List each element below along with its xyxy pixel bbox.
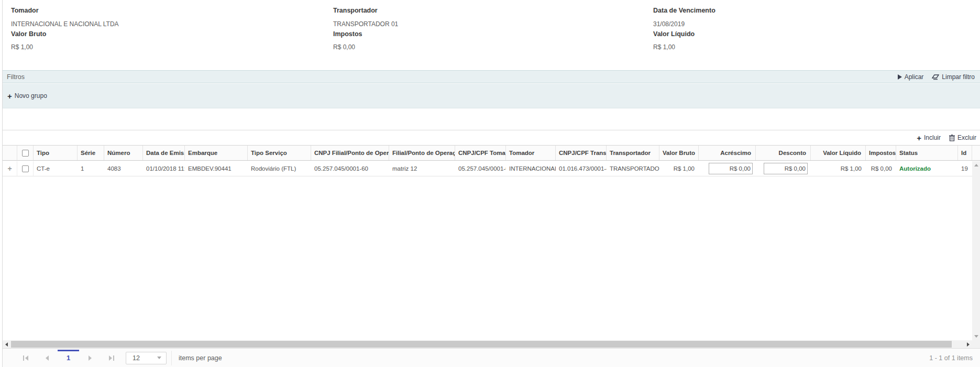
next-page-button[interactable] bbox=[79, 349, 101, 367]
column-header-impostos[interactable]: Impostos bbox=[866, 146, 896, 160]
cell-tomador: INTERNACIONAL E... bbox=[506, 161, 556, 176]
cell-filial: matriz 12 bbox=[389, 161, 455, 176]
page-number-1[interactable]: 1 bbox=[58, 349, 79, 367]
column-header-serie[interactable]: Série bbox=[78, 146, 104, 160]
cell-data-emissao: 01/10/2018 11:... bbox=[143, 161, 185, 176]
clear-filter-label: Limpar filtro bbox=[942, 73, 975, 81]
row-select-cell bbox=[17, 161, 34, 176]
delete-button[interactable]: Excluir bbox=[949, 134, 976, 141]
select-all-column-header bbox=[17, 146, 34, 160]
horizontal-scrollbar-thumb[interactable] bbox=[11, 341, 952, 348]
column-header-data-emissao[interactable]: Data de Emis... bbox=[143, 146, 185, 160]
play-icon bbox=[898, 74, 902, 80]
cell-serie: 1 bbox=[78, 161, 104, 176]
table-row[interactable]: + CT-e 1 4083 01/10/2018 11:... EMBDEV.9… bbox=[3, 161, 972, 176]
grid-header-row: Tipo Série Número Data de Emis... Embarq… bbox=[3, 145, 980, 161]
chevron-up-icon bbox=[974, 164, 978, 166]
scroll-right-button[interactable] bbox=[964, 340, 972, 348]
column-header-cnpj-filial[interactable]: CNPJ Filial/Ponto de Operação bbox=[311, 146, 389, 160]
valor-bruto-label: Valor Bruto bbox=[11, 30, 46, 38]
pager: 1 12 items per page 1 - 1 of 1 items bbox=[3, 348, 980, 367]
eraser-icon bbox=[932, 74, 939, 80]
valor-liquido-value: R$ 1,00 bbox=[653, 43, 675, 51]
column-header-filial[interactable]: Filial/Ponto de Operação bbox=[389, 146, 455, 160]
data-vencimento-value: 31/08/2019 bbox=[653, 20, 685, 28]
column-header-desconto[interactable]: Desconto bbox=[756, 146, 811, 160]
column-header-embarque[interactable]: Embarque bbox=[185, 146, 248, 160]
tomador-label: Tomador bbox=[11, 7, 39, 14]
row-expand-cell: + bbox=[3, 161, 17, 176]
column-header-valor-bruto[interactable]: Valor Bruto bbox=[659, 146, 699, 160]
column-header-transportador[interactable]: Transportador bbox=[607, 146, 659, 160]
cell-numero: 4083 bbox=[104, 161, 143, 176]
items-per-page-label: items per page bbox=[179, 354, 222, 362]
valor-bruto-value: R$ 1,00 bbox=[11, 43, 33, 51]
include-button[interactable]: + Incluir bbox=[917, 134, 941, 142]
plus-icon: + bbox=[917, 134, 921, 142]
expand-column-header bbox=[3, 146, 17, 160]
cell-cnpj-tomador: 05.257.045/0001-60 bbox=[455, 161, 506, 176]
chevron-right-icon bbox=[109, 355, 112, 361]
cell-transportador: TRANSPORTADOR ... bbox=[607, 161, 659, 176]
chevron-left-icon bbox=[46, 355, 49, 361]
apply-filter-button[interactable]: Aplicar bbox=[898, 73, 924, 81]
valor-liquido-label: Valor Líquido bbox=[653, 30, 695, 38]
page-size-dropdown[interactable]: 12 bbox=[126, 352, 167, 364]
new-group-button[interactable]: + Novo grupo bbox=[7, 92, 47, 100]
row-checkbox[interactable] bbox=[22, 165, 29, 172]
cell-cnpj-filial: 05.257.045/0001-60 bbox=[311, 161, 389, 176]
scroll-left-button[interactable] bbox=[3, 340, 10, 348]
column-header-cnpj-transportador[interactable]: CNPJ/CPF Transp... bbox=[556, 146, 607, 160]
vertical-scrollbar[interactable] bbox=[972, 161, 980, 340]
select-all-checkbox[interactable] bbox=[22, 150, 29, 157]
cte-management-page: Tomador INTERNACIONAL E NACIONAL LTDA Va… bbox=[0, 0, 980, 367]
transportador-label: Transportador bbox=[333, 7, 378, 14]
column-header-status[interactable]: Status bbox=[896, 146, 958, 160]
column-header-cnpj-tomador[interactable]: CNPJ/CPF Tomad... bbox=[455, 146, 506, 160]
expand-row-icon[interactable]: + bbox=[6, 161, 14, 176]
column-header-acrescimo[interactable]: Acréscimo bbox=[699, 146, 756, 160]
chevron-right-icon bbox=[89, 355, 92, 361]
tomador-value: INTERNACIONAL E NACIONAL LTDA bbox=[11, 20, 119, 28]
cell-tipo: CT-e bbox=[34, 161, 78, 176]
cell-acrescimo bbox=[699, 161, 756, 176]
transportador-value: TRANSPORTADOR 01 bbox=[333, 20, 398, 28]
cell-valor-bruto: R$ 1,00 bbox=[659, 161, 699, 176]
first-page-button[interactable] bbox=[15, 349, 36, 367]
horizontal-scrollbar[interactable] bbox=[3, 340, 980, 348]
cell-id: 19 bbox=[958, 161, 972, 176]
chevron-left-icon bbox=[25, 355, 28, 361]
desconto-input[interactable] bbox=[764, 163, 808, 174]
column-header-tomador[interactable]: Tomador bbox=[506, 146, 556, 160]
scroll-down-button[interactable] bbox=[972, 332, 980, 340]
last-page-button[interactable] bbox=[101, 349, 122, 367]
filters-actions: Aplicar Limpar filtro bbox=[898, 73, 975, 81]
data-vencimento-label: Data de Vencimento bbox=[653, 7, 715, 14]
include-label: Incluir bbox=[924, 134, 941, 141]
apply-filter-label: Aplicar bbox=[905, 73, 924, 81]
column-header-valor-liquido[interactable]: Valor Líquido bbox=[811, 146, 866, 160]
column-header-tipo-servico[interactable]: Tipo Serviço bbox=[248, 146, 311, 160]
clear-filter-button[interactable]: Limpar filtro bbox=[932, 73, 975, 81]
column-header-numero[interactable]: Número bbox=[104, 146, 143, 160]
previous-page-button[interactable] bbox=[36, 349, 58, 367]
page-size-value: 12 bbox=[126, 354, 157, 362]
new-group-label: Novo grupo bbox=[15, 92, 47, 99]
impostos-label: Impostos bbox=[333, 30, 362, 38]
summary-panel: Tomador INTERNACIONAL E NACIONAL LTDA Va… bbox=[3, 0, 980, 70]
first-page-icon bbox=[23, 355, 24, 361]
acrescimo-input[interactable] bbox=[709, 163, 753, 174]
filters-title: Filtros bbox=[7, 73, 898, 81]
last-page-icon bbox=[113, 355, 114, 361]
grid-toolbar: + Incluir Excluir bbox=[3, 130, 980, 145]
scroll-up-button[interactable] bbox=[972, 161, 980, 169]
trash-icon bbox=[949, 135, 955, 141]
status-badge: Autorizado bbox=[896, 161, 958, 176]
delete-label: Excluir bbox=[957, 134, 976, 141]
filters-bar: Filtros Aplicar Limpar filtro bbox=[3, 70, 980, 83]
column-header-id[interactable]: Id bbox=[958, 146, 972, 160]
cell-cnpj-transportador: 01.016.473/0001-40 bbox=[556, 161, 607, 176]
column-header-tipo[interactable]: Tipo bbox=[34, 146, 78, 160]
chevron-down-icon bbox=[974, 335, 978, 338]
cell-valor-liquido: R$ 1,00 bbox=[811, 161, 866, 176]
